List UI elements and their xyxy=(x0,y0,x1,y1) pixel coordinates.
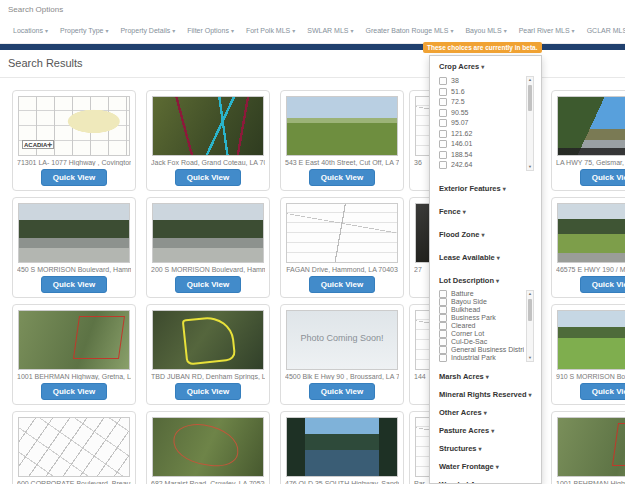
checkbox-icon[interactable] xyxy=(439,119,447,127)
listing-card[interactable]: Photo Coming Soon! 4500 Blk E Hwy 90 , B… xyxy=(280,304,404,405)
checkbox-icon[interactable] xyxy=(439,98,447,106)
quick-view-button[interactable]: Quick View xyxy=(309,383,376,400)
scrollbar[interactable]: ▲▼ xyxy=(526,290,534,362)
filter-section-flood-zone[interactable]: Flood Zone▾ xyxy=(439,230,534,240)
filter-section-water-frontage[interactable]: Water Frontage▾ xyxy=(439,462,534,472)
quick-view-button[interactable]: Quick View xyxy=(41,169,108,186)
quick-view-button[interactable]: Quick View xyxy=(580,276,625,293)
checkbox-option[interactable]: Bayou Side xyxy=(439,298,524,306)
nav-item-property-details[interactable]: Property Details▾ xyxy=(117,27,178,34)
listing-photo xyxy=(557,96,625,156)
filter-section-mineral-rights[interactable]: Mineral Rights Reserved▾ xyxy=(439,390,534,400)
scroll-up-icon[interactable]: ▲ xyxy=(527,77,533,83)
checkbox-icon[interactable] xyxy=(439,109,447,117)
listing-photo xyxy=(557,203,625,263)
checkbox-icon[interactable] xyxy=(439,354,447,362)
checkbox-icon[interactable] xyxy=(439,161,447,169)
nav-item-swlar-mls[interactable]: SWLAR MLS▾ xyxy=(304,27,356,34)
checkbox-icon[interactable] xyxy=(439,306,447,314)
nav-item-greater-baton-rouge-mls[interactable]: Greater Baton Rouge MLS▾ xyxy=(363,27,457,34)
scrollbar[interactable]: ▲▼ xyxy=(526,76,534,171)
listing-card[interactable]: Jack Fox Road, Grand Coteau, LA 70541 Qu… xyxy=(146,90,270,191)
listing-card[interactable]: 476 OLD 35 SOUTH Highway, Sandy Hook, LA… xyxy=(280,411,404,484)
checkbox-option[interactable]: 72.5 xyxy=(439,97,524,108)
nav-item-filter-options[interactable]: Filter Options▾ xyxy=(184,27,237,34)
checkbox-option[interactable]: Cleared xyxy=(439,322,524,330)
caret-down-icon: ▾ xyxy=(529,392,532,398)
checkbox-option[interactable]: General Business District xyxy=(439,346,524,354)
checkbox-icon[interactable] xyxy=(439,290,447,298)
nav-item-property-type[interactable]: Property Type▾ xyxy=(57,27,111,34)
checkbox-option[interactable]: Batture xyxy=(439,290,524,298)
listing-card[interactable]: 1001 BEHRMAN Highway, Gretna... Quick Vi… xyxy=(551,411,625,484)
nav-item-pearl-river-mls[interactable]: Pearl River MLS▾ xyxy=(516,27,578,34)
nav-item-fort-polk-mls[interactable]: Fort Polk MLS▾ xyxy=(243,27,298,34)
listing-card[interactable]: 200 S MORRISON Boulevard, Hammond, LA 70… xyxy=(146,197,270,298)
checkbox-option[interactable]: 51.6 xyxy=(439,87,524,98)
checkbox-icon[interactable] xyxy=(439,314,447,322)
scroll-down-icon[interactable]: ▼ xyxy=(527,164,533,170)
quick-view-button[interactable]: Quick View xyxy=(41,276,108,293)
filter-section-pasture-acres[interactable]: Pasture Acres▾ xyxy=(439,426,534,436)
nav-item-bayou-mls[interactable]: Bayou MLS▾ xyxy=(462,27,509,34)
checkbox-option[interactable]: 38 xyxy=(439,76,524,87)
checkbox-option[interactable]: Industrial Park xyxy=(439,354,524,362)
checkbox-icon[interactable] xyxy=(439,151,447,159)
listing-card[interactable]: 600 CORPORATE Boulevard, Breaux Bridge, … xyxy=(12,411,136,484)
quick-view-button[interactable]: Quick View xyxy=(580,169,625,186)
listing-address: 1001 BEHRMAN Highway, Gretna, LA 70056 xyxy=(17,373,131,380)
scroll-down-icon[interactable]: ▼ xyxy=(527,355,533,361)
scrollbar-thumb[interactable] xyxy=(528,299,532,321)
listing-card[interactable]: 543 E East 40th Street, Cut Off, LA 7034… xyxy=(280,90,404,191)
quick-view-button[interactable]: Quick View xyxy=(309,276,376,293)
quick-view-button[interactable]: Quick View xyxy=(175,169,242,186)
checkbox-option[interactable]: 95.07 xyxy=(439,118,524,129)
checkbox-option[interactable]: 121.62 xyxy=(439,129,524,140)
checkbox-option[interactable]: 90.55 xyxy=(439,108,524,119)
checkbox-icon[interactable] xyxy=(439,88,447,96)
checkbox-option[interactable]: Business Park xyxy=(439,314,524,322)
listing-card[interactable]: 46575 E HWY 190 / MYERS Road, Ha... Quic… xyxy=(551,197,625,298)
filter-section-lease-available[interactable]: Lease Available▾ xyxy=(439,253,534,263)
filter-section-marsh-acres[interactable]: Marsh Acres▾ xyxy=(439,372,534,382)
quick-view-button[interactable]: Quick View xyxy=(175,276,242,293)
quick-view-button[interactable]: Quick View xyxy=(309,169,376,186)
checkbox-icon[interactable] xyxy=(439,130,447,138)
filter-section-other-acres[interactable]: Other Acres▾ xyxy=(439,408,534,418)
listing-card[interactable]: LA HWY 75, Geismar, LA 70... Quick View xyxy=(551,90,625,191)
filter-section-crop-acres[interactable]: Crop Acres▾ xyxy=(439,62,534,72)
quick-view-button[interactable]: Quick View xyxy=(175,383,242,400)
scrollbar-thumb[interactable] xyxy=(528,85,532,111)
checkbox-icon[interactable] xyxy=(439,140,447,148)
filter-section-lot-description[interactable]: Lot Description▾ xyxy=(439,276,534,286)
nav-item-locations[interactable]: Locations▾ xyxy=(10,27,51,34)
listing-card[interactable]: 910 S MORRISON Boulevard, Hamm... Quick … xyxy=(551,304,625,405)
checkbox-option[interactable]: Cul-De-Sac xyxy=(439,338,524,346)
scroll-up-icon[interactable]: ▲ xyxy=(527,291,533,297)
checkbox-icon[interactable] xyxy=(439,322,447,330)
checkbox-icon[interactable] xyxy=(439,298,447,306)
caret-down-icon: ▾ xyxy=(45,28,48,34)
filter-section-structures[interactable]: Structures▾ xyxy=(439,444,534,454)
listing-card[interactable]: FAGAN Drive, Hammond, LA 70403 Quick Vie… xyxy=(280,197,404,298)
checkbox-option[interactable]: 188.54 xyxy=(439,150,524,161)
checkbox-icon[interactable] xyxy=(439,338,447,346)
filter-section-exterior-features[interactable]: Exterior Features▾ xyxy=(439,184,534,194)
nav-item-gclar-mls[interactable]: GCLAR MLS▾ xyxy=(584,27,625,34)
checkbox-option[interactable]: Corner Lot xyxy=(439,330,524,338)
listing-card[interactable]: TBD JUBAN RD, Denham Springs, LA 70726 Q… xyxy=(146,304,270,405)
listing-card[interactable]: 1001 BEHRMAN Highway, Gretna, LA 70056 Q… xyxy=(12,304,136,405)
checkbox-option[interactable]: Bulkhead xyxy=(439,306,524,314)
quick-view-button[interactable]: Quick View xyxy=(41,383,108,400)
listing-card[interactable]: 682 Maraist Road, Crowley, LA 70526 Quic… xyxy=(146,411,270,484)
filter-section-wooded-acres[interactable]: Wooded Acres▾ xyxy=(439,480,534,484)
listing-card[interactable]: 450 S MORRISON Boulevard, Hammond, LA 70… xyxy=(12,197,136,298)
checkbox-icon[interactable] xyxy=(439,346,447,354)
quick-view-button[interactable]: Quick View xyxy=(580,383,625,400)
checkbox-option[interactable]: 242.64 xyxy=(439,160,524,171)
checkbox-icon[interactable] xyxy=(439,330,447,338)
checkbox-icon[interactable] xyxy=(439,77,447,85)
checkbox-option[interactable]: 146.01 xyxy=(439,139,524,150)
listing-card[interactable]: ACADIA✛ 71301 LA- 1077 Highway , Covingt… xyxy=(12,90,136,191)
filter-section-fence[interactable]: Fence▾ xyxy=(439,207,534,217)
